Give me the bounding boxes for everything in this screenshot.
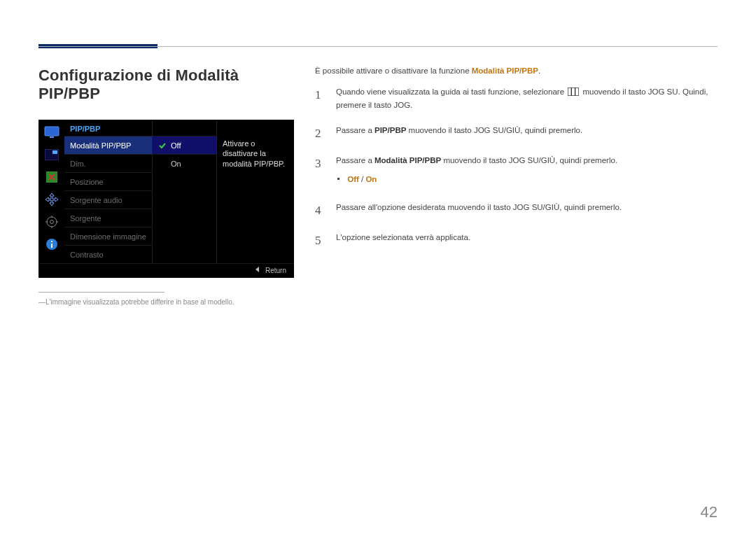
step-5: 5 L'opzione selezionata verrà applicata. <box>315 232 718 250</box>
header-rule <box>38 46 718 47</box>
osd-menu-header: PIP/PBP <box>64 120 152 136</box>
footnote: ―L'immagine visualizzata potrebbe differ… <box>38 298 298 306</box>
osd-menu-item[interactable]: Dimensione immagine <box>64 227 152 245</box>
bullet-icon <box>337 178 340 180</box>
osd-menu-item[interactable]: Sorgente <box>64 209 152 227</box>
right-column: È possibile attivare o disattivare la fu… <box>315 66 718 306</box>
step-body: Passare a Modalità PIP/PBP muovendo il t… <box>336 155 718 189</box>
osd-option-column: Off On <box>152 120 216 263</box>
osd-menu-item[interactable]: Modalità PIP/PBP <box>64 136 152 154</box>
osd-footer-label: Return <box>265 267 286 274</box>
osd-option-off[interactable]: Off <box>153 136 216 154</box>
option-label: Off <box>171 141 181 150</box>
option-bullet: Off / On <box>336 174 718 185</box>
page-heading: Configurazione di Modalità PIP/PBP <box>38 66 298 103</box>
gear-icon <box>43 214 60 230</box>
svg-rect-15 <box>51 241 52 242</box>
step-number: 1 <box>315 86 325 112</box>
osd-option-on[interactable]: On <box>153 154 216 172</box>
step-body: L'opzione selezionata verrà applicata. <box>336 232 718 250</box>
osd-help-text: Attivare o disattivare la modalità PIP/P… <box>223 139 288 169</box>
page-number: 42 <box>701 503 718 521</box>
step-list: 1 Quando viene visualizzata la guida ai … <box>315 86 718 250</box>
osd-help-column: Attivare o disattivare la modalità PIP/P… <box>216 120 293 263</box>
multi-window-icon <box>568 87 579 99</box>
step-number: 3 <box>315 155 325 189</box>
page-content: Configurazione di Modalità PIP/PBP <box>38 66 718 306</box>
osd-menu-item[interactable]: Sorgente audio <box>64 190 152 209</box>
back-arrow-icon <box>255 267 259 272</box>
intro-text: È possibile attivare o disattivare la fu… <box>315 66 718 75</box>
left-column: Configurazione di Modalità PIP/PBP <box>38 66 298 306</box>
monitor-icon <box>43 125 60 140</box>
step-4: 4 Passare all'opzione desiderata muovend… <box>315 202 718 220</box>
pip-icon <box>43 147 60 162</box>
svg-rect-16 <box>568 87 579 96</box>
step-2: 2 Passare a PIP/PBP muovendo il tasto JO… <box>315 125 718 143</box>
osd-menu-item[interactable]: Contrasto <box>64 245 152 263</box>
svg-rect-3 <box>52 150 57 154</box>
step-body: Passare all'opzione desiderata muovendo … <box>336 202 718 220</box>
svg-rect-1 <box>50 136 54 138</box>
step-number: 2 <box>315 125 325 143</box>
osd-screenshot: PIP/PBP Modalità PIP/PBP Dim. Posizione … <box>38 120 294 278</box>
option-label: On <box>171 160 181 168</box>
svg-point-8 <box>50 220 54 224</box>
step-3: 3 Passare a Modalità PIP/PBP muovendo il… <box>315 155 718 189</box>
step-body: Passare a PIP/PBP muovendo il tasto JOG … <box>336 125 718 143</box>
osd-menu-item[interactable]: Posizione <box>64 172 152 190</box>
svg-point-7 <box>47 217 57 227</box>
footnote-rule <box>38 292 164 293</box>
close-icon <box>43 169 60 185</box>
svg-rect-14 <box>51 244 52 248</box>
osd-menu-item[interactable]: Dim. <box>64 154 152 172</box>
step-number: 5 <box>315 232 325 250</box>
info-icon <box>43 237 60 252</box>
osd-menu-column: PIP/PBP Modalità PIP/PBP Dim. Posizione … <box>64 120 152 263</box>
step-number: 4 <box>315 202 325 220</box>
step-1: 1 Quando viene visualizzata la guida ai … <box>315 86 718 112</box>
move-arrows-icon <box>43 192 60 207</box>
osd-footer: Return <box>39 263 293 277</box>
svg-rect-0 <box>45 127 59 136</box>
osd-icon-strip <box>39 120 64 263</box>
check-icon <box>158 141 167 150</box>
step-body: Quando viene visualizzata la guida ai ta… <box>336 86 718 112</box>
